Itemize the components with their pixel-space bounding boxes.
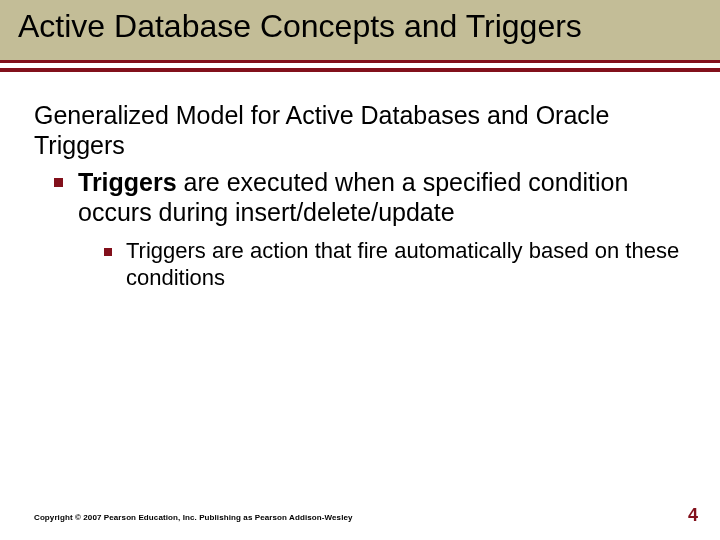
copyright-footer: Copyright © 2007 Pearson Education, Inc.… [34, 513, 353, 522]
bullet1-sub1-text: Triggers are action that fire automatica… [126, 238, 679, 290]
accent-bar [0, 60, 720, 74]
slide-title: Active Database Concepts and Triggers [18, 8, 702, 46]
square-bullet-icon [54, 178, 63, 187]
square-bullet-icon [104, 248, 112, 256]
bullet-level2: Triggers are action that fire automatica… [22, 238, 692, 292]
accent-bot [0, 68, 720, 72]
bullet-level1: Triggers are executed when a specified c… [22, 167, 692, 228]
slide: Active Database Concepts and Triggers Ge… [0, 0, 720, 540]
section-subheading: Generalized Model for Active Databases a… [22, 100, 692, 161]
page-number: 4 [688, 505, 698, 526]
bullet1-bold: Triggers [78, 168, 177, 196]
title-region: Active Database Concepts and Triggers [0, 0, 720, 60]
body-region: Generalized Model for Active Databases a… [0, 74, 720, 292]
